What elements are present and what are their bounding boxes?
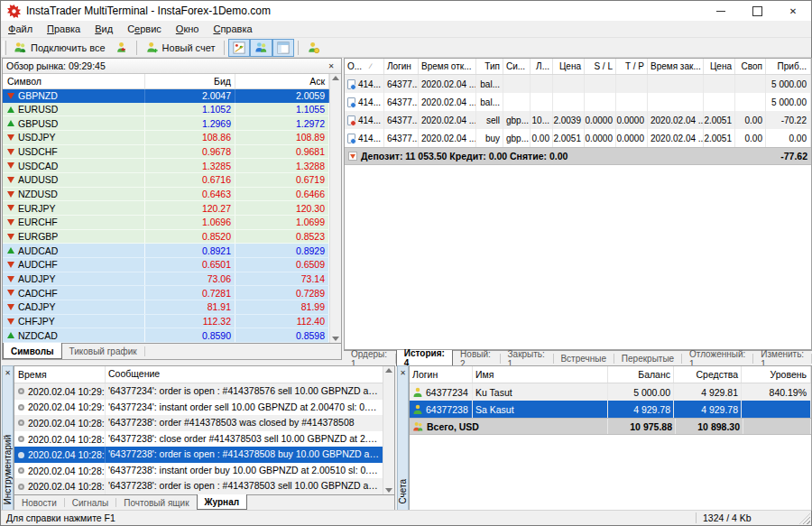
column-order[interactable]: О... <box>345 59 384 74</box>
menu-view[interactable]: Вид <box>88 21 120 38</box>
tab-news[interactable]: Новости <box>14 495 64 510</box>
journal-row[interactable]: 2020.02.04 10:28:...'64377238': close or… <box>14 431 383 448</box>
journal-row[interactable]: 2020.02.04 10:29:...'64377234': instant … <box>14 400 383 416</box>
history-row[interactable]: 414... 64377...2020.02.04 ... buygbp... … <box>345 129 811 147</box>
tab-tick-chart[interactable]: Тиковый график <box>62 344 144 359</box>
market-row[interactable]: EURUSD1.10521.1055 <box>3 103 329 117</box>
market-row[interactable]: EURGBP0.85200.8523 <box>3 230 329 245</box>
column-sl[interactable]: S / L <box>585 59 616 74</box>
history-row[interactable]: 414... 64377...2020.02.04 ... bal... 5 0… <box>345 93 811 111</box>
market-row[interactable]: AUDUSD0.67160.6719 <box>3 173 329 188</box>
scroll-down-icon[interactable] <box>332 337 339 341</box>
market-row[interactable]: AUDJPY73.0673.14 <box>3 272 329 287</box>
market-row[interactable]: CADJPY81.9181.99 <box>3 300 329 315</box>
market-row[interactable]: EURCHF1.06961.0699 <box>3 216 329 230</box>
tab-symbols[interactable]: Символы <box>3 343 62 359</box>
market-watch-scrollbar[interactable] <box>329 74 341 343</box>
journal-row[interactable]: 2020.02.04 10:29:...'64377234': order is… <box>14 383 383 400</box>
scroll-up-icon[interactable] <box>385 368 392 373</box>
scroll-up-icon[interactable] <box>332 76 339 80</box>
column-name[interactable]: Имя <box>473 366 608 383</box>
account-row[interactable]: 64377238 Sa Kasut 4 929.78 4 929.78 <box>410 401 811 418</box>
scroll-down-icon[interactable] <box>385 488 392 493</box>
column-profit[interactable]: Приб... <box>766 59 811 74</box>
menu-help[interactable]: Справка <box>206 21 259 38</box>
menu-tools[interactable]: Сервис <box>120 21 169 38</box>
column-time[interactable]: Время <box>14 366 106 383</box>
tab-journal[interactable]: Журнал <box>197 494 248 510</box>
market-row[interactable]: USDJPY108.86108.89 <box>3 131 329 145</box>
market-row[interactable]: AUDCAD0.89210.8929 <box>3 244 329 258</box>
market-row[interactable]: AUDCHF0.65010.6509 <box>3 258 329 272</box>
column-symbol[interactable]: Символ <box>3 74 145 88</box>
tab-orders[interactable]: Ордеры: 1 <box>344 351 395 366</box>
accounts-toggle-button[interactable] <box>250 39 272 57</box>
journal-entry-icon <box>18 420 24 426</box>
tab-new[interactable]: Новый: 2 <box>453 351 500 366</box>
ask-value: 0.9681 <box>235 145 329 159</box>
deposit-summary-text: Депозит: 11 053.50 Кредит: 0.00 Снятие: … <box>361 151 567 161</box>
column-price[interactable]: Цена <box>553 59 585 74</box>
market-row[interactable]: CADCHF0.72810.7289 <box>3 286 329 300</box>
market-watch-close-icon[interactable] <box>325 60 337 72</box>
market-row[interactable]: GBPNZD2.00472.0059 <box>3 89 329 103</box>
toolbar-grip[interactable] <box>3 41 6 55</box>
accounts-close-icon[interactable] <box>397 366 410 379</box>
market-row[interactable]: NZDCAD0.85900.8598 <box>3 328 329 343</box>
market-row[interactable]: EURJPY120.27120.30 <box>3 201 329 216</box>
column-login[interactable]: Логин <box>410 366 473 383</box>
column-tp[interactable]: T / P <box>616 59 648 74</box>
journal-row[interactable]: 2020.02.04 10:28:...'64377238': order is… <box>14 478 383 494</box>
account-options-button[interactable] <box>302 39 325 57</box>
connect-all-button[interactable]: Подключить все <box>9 39 110 57</box>
journal-row[interactable]: 2020.02.04 10:28:...'64377238': order is… <box>14 447 383 463</box>
disconnect-all-button[interactable] <box>110 39 133 57</box>
toolbox-close-icon[interactable] <box>2 366 14 379</box>
maximize-button[interactable] <box>739 1 775 21</box>
column-bid[interactable]: Бид <box>145 74 235 88</box>
market-row[interactable]: GBPUSD1.29691.2972 <box>3 116 329 131</box>
menu-edit[interactable]: Правка <box>40 21 88 38</box>
column-message[interactable]: Сообщение <box>106 366 383 383</box>
menu-file[interactable]: Файл <box>1 21 40 38</box>
account-row[interactable]: 64377234 Ku Tasut 5 000.00 4 929.81 840.… <box>410 383 811 401</box>
journal-scrollbar[interactable] <box>383 366 394 494</box>
column-equity[interactable]: Средства <box>674 366 742 383</box>
market-row[interactable]: NZDUSD0.64630.6466 <box>3 188 329 202</box>
column-open-time[interactable]: Время отк... <box>419 59 476 74</box>
tab-signals[interactable]: Сигналы <box>65 495 116 510</box>
menu-window[interactable]: Окно <box>169 21 207 38</box>
column-swap[interactable]: Своп <box>735 59 766 74</box>
tab-counter[interactable]: Встречные <box>553 351 614 366</box>
market-watch-toggle-button[interactable] <box>228 39 250 57</box>
tab-close[interactable]: Закрыть: 1 <box>501 351 553 366</box>
tab-pending[interactable]: Отложенный: 1 <box>682 351 752 366</box>
minimize-button[interactable] <box>703 1 739 21</box>
tab-overlapped[interactable]: Перекрытые <box>614 351 681 366</box>
tab-mailbox[interactable]: Почтовый ящик <box>116 495 196 510</box>
tab-history[interactable]: История: 4 <box>396 350 453 366</box>
column-level[interactable]: Уровень <box>742 366 811 383</box>
history-row[interactable]: 414... 64377...2020.02.04 ... bal... 5 0… <box>345 75 811 93</box>
toolbox-toggle-button[interactable] <box>272 39 294 57</box>
history-row[interactable]: 414... 64377...2020.02.04 ... sellgbp...… <box>345 111 811 129</box>
column-symbol[interactable]: Си... <box>503 59 531 74</box>
column-close-time[interactable]: Время зак... <box>648 59 704 74</box>
column-lots[interactable]: Л... <box>531 59 553 74</box>
journal-row[interactable]: 2020.02.04 10:28:...'64377238': order #4… <box>14 415 383 431</box>
close-button[interactable] <box>775 1 811 21</box>
new-account-button[interactable]: Новый счет <box>141 39 220 57</box>
market-row[interactable]: USDCHF0.96780.9681 <box>3 145 329 160</box>
resize-grip[interactable] <box>799 513 810 524</box>
market-row[interactable]: CHFJPY112.32112.40 <box>3 315 329 329</box>
journal-row[interactable]: 2020.02.04 10:28:...'64377238': instant … <box>14 463 383 479</box>
column-ask[interactable]: Аск <box>235 74 329 88</box>
bid-value: 1.0696 <box>145 216 235 229</box>
column-login[interactable]: Логин <box>384 59 419 74</box>
column-close-price[interactable]: Цена <box>704 59 735 74</box>
column-type[interactable]: Тип <box>476 59 503 74</box>
market-row[interactable]: USDCAD1.32851.3288 <box>3 159 329 173</box>
tab-modify[interactable]: Изменить: 1 <box>753 351 811 366</box>
ask-value: 0.8598 <box>235 328 329 342</box>
column-balance[interactable]: Баланс <box>608 366 674 383</box>
